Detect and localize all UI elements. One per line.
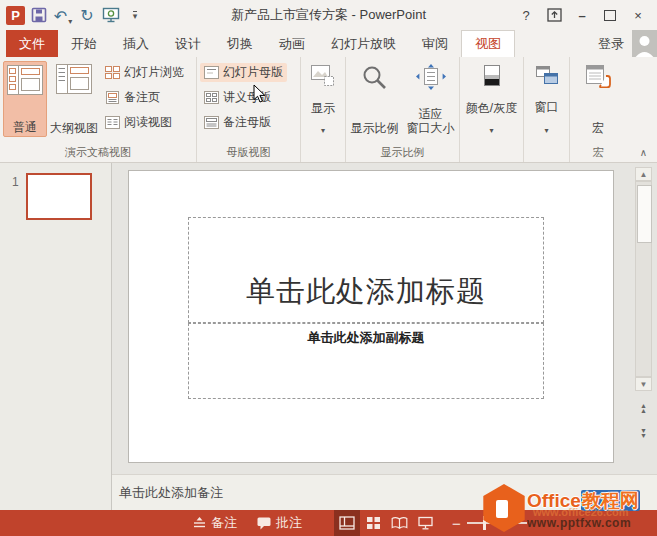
handout-master-icon (204, 91, 219, 104)
group-label-window (524, 145, 569, 162)
window-dropdown-button[interactable]: 窗口 ▾ (532, 61, 562, 137)
ribbon: 普通 大纲视图 幻灯片浏览 备注页 (0, 57, 657, 163)
previous-slide-button[interactable]: ▲ ▲ (635, 400, 652, 416)
normal-view-icon (339, 516, 355, 530)
minimize-button[interactable]: – (571, 5, 593, 25)
normal-view-button[interactable]: 普通 (3, 61, 47, 137)
chevron-down-icon: ▾ (544, 127, 548, 135)
outline-view-button[interactable]: 大纲视图 (47, 61, 101, 137)
notes-toggle-button[interactable]: 备注 (183, 510, 247, 536)
statusbar-slide-sorter-button[interactable] (360, 510, 386, 536)
zoom-slider-track (467, 522, 527, 524)
tab-file[interactable]: 文件 (6, 30, 58, 57)
color-grayscale-dropdown-button[interactable]: 颜色/灰度 ▾ (463, 61, 520, 137)
collapse-ribbon-button[interactable]: ∧ (640, 147, 647, 158)
slide-thumbnail-panel: 1 (0, 163, 112, 510)
presentation-views-small-buttons: 幻灯片浏览 备注页 阅读视图 (101, 61, 188, 132)
save-button[interactable] (29, 4, 49, 26)
close-button[interactable]: × (627, 5, 649, 25)
notes-page-icon (105, 91, 120, 104)
slide-master-icon (204, 66, 219, 79)
notes-page-button[interactable]: 备注页 (101, 88, 188, 107)
show-dropdown-button[interactable]: 显示 ▾ (307, 61, 339, 137)
person-icon (632, 32, 657, 57)
group-show: 显示 ▾ (301, 57, 346, 162)
zoom-out-button[interactable]: − (438, 515, 467, 532)
start-slideshow-button[interactable] (101, 4, 121, 26)
zoom-slider-thumb[interactable] (483, 516, 486, 530)
tab-home[interactable]: 开始 (58, 30, 110, 57)
chevron-down-icon: ▾ (489, 127, 493, 135)
notes-master-icon (204, 116, 219, 129)
group-label-presentation-views: 演示文稿视图 (0, 145, 196, 162)
scrollbar-track[interactable] (635, 181, 652, 377)
ribbon-display-options-button[interactable] (543, 5, 565, 25)
next-slide-button[interactable]: ▼ ▼ (635, 425, 652, 441)
status-bar: 备注 批注 − (0, 510, 657, 536)
undo-button[interactable]: ↶▾ (53, 4, 73, 26)
macros-button[interactable]: 宏 (582, 61, 614, 137)
tab-transitions[interactable]: 切换 (214, 30, 266, 57)
group-window: 窗口 ▾ (524, 57, 570, 162)
group-label-macros: 宏 (570, 145, 626, 162)
undo-icon: ↶ (54, 7, 67, 26)
workspace: 1 单击此处添加标题 单击此处添加副标题 ▲ ▼ (0, 163, 657, 510)
slide-editor-area: 单击此处添加标题 单击此处添加副标题 ▲ ▼ ▲ ▲ (112, 163, 657, 474)
user-avatar[interactable] (632, 30, 657, 57)
ribbon-tab-row: 文件 开始 插入 设计 切换 动画 幻灯片放映 审阅 视图 登录 (0, 30, 657, 57)
tab-animations[interactable]: 动画 (266, 30, 318, 57)
maximize-button[interactable] (599, 5, 621, 25)
group-master-views: 幻灯片母版 讲义母版 备注母版 母版视图 (197, 57, 301, 162)
zoom-slider[interactable] (467, 510, 527, 536)
reading-view-button[interactable]: 阅读视图 (101, 113, 188, 132)
statusbar-normal-view-button[interactable] (334, 510, 360, 536)
slide-master-button[interactable]: 幻灯片母版 (200, 63, 287, 82)
comment-icon (257, 517, 271, 530)
notes-master-button[interactable]: 备注母版 (200, 113, 287, 132)
tab-review[interactable]: 审阅 (409, 30, 461, 57)
subtitle-placeholder[interactable]: 单击此处添加副标题 (188, 323, 544, 399)
slide-canvas[interactable]: 单击此处添加标题 单击此处添加副标题 (128, 170, 614, 463)
tab-insert[interactable]: 插入 (110, 30, 162, 57)
scroll-down-button[interactable]: ▼ (635, 377, 652, 391)
tab-slideshow[interactable]: 幻灯片放映 (318, 30, 409, 57)
vertical-scrollbar: ▲ ▼ ▲ ▲ ▼ ▼ (635, 167, 652, 441)
handout-master-button[interactable]: 讲义母版 (200, 88, 287, 107)
group-label-zoom: 显示比例 (346, 145, 459, 162)
scroll-up-button[interactable]: ▲ (635, 167, 652, 181)
slide-sorter-button[interactable]: 幻灯片浏览 (101, 63, 188, 82)
powerpoint-app-icon[interactable]: P (6, 6, 25, 25)
sign-in-link[interactable]: 登录 (598, 30, 632, 57)
redo-button[interactable]: ↻ (77, 4, 97, 26)
slide-thumbnail[interactable] (26, 173, 92, 220)
normal-view-icon (7, 65, 43, 95)
fit-to-window-button[interactable]: 适应窗口大小 (404, 61, 458, 137)
scrollbar-thumb[interactable] (637, 185, 652, 243)
notes-pane[interactable]: 单击此处添加备注 (112, 474, 657, 510)
slideshow-icon (418, 516, 433, 530)
help-button[interactable]: ? (515, 5, 537, 25)
editor-column: 单击此处添加标题 单击此处添加副标题 ▲ ▼ ▲ ▲ (112, 163, 657, 510)
zoom-button[interactable]: 显示比例 (348, 61, 402, 137)
outline-view-icon (56, 64, 92, 94)
tab-design[interactable]: 设计 (162, 30, 214, 57)
statusbar-reading-view-button[interactable] (386, 510, 412, 536)
customize-qat-button[interactable]: ▾ (125, 4, 145, 26)
mouse-cursor (253, 84, 266, 103)
redo-icon: ↻ (80, 6, 93, 25)
slide-sorter-icon (105, 66, 120, 79)
statusbar-slideshow-button[interactable] (412, 510, 438, 536)
undo-dropdown-icon[interactable]: ▾ (68, 17, 72, 26)
show-icon (310, 64, 336, 88)
group-label-show (301, 145, 345, 162)
group-label-master-views: 母版视图 (197, 145, 300, 162)
comments-toggle-button[interactable]: 批注 (247, 510, 312, 536)
tab-view[interactable]: 视图 (461, 30, 515, 57)
slideshow-icon (102, 7, 120, 23)
title-placeholder[interactable]: 单击此处添加标题 (188, 217, 544, 323)
group-label-color (460, 145, 523, 162)
master-views-buttons: 幻灯片母版 讲义母版 备注母版 (200, 61, 287, 132)
quick-access-toolbar: P ↶▾ ↻ ▾ (0, 4, 145, 26)
window-controls: ? – × (515, 5, 657, 25)
title-bar: P ↶▾ ↻ ▾ 新产品上市宣传方案 - PowerPoint ? – × (0, 0, 657, 30)
